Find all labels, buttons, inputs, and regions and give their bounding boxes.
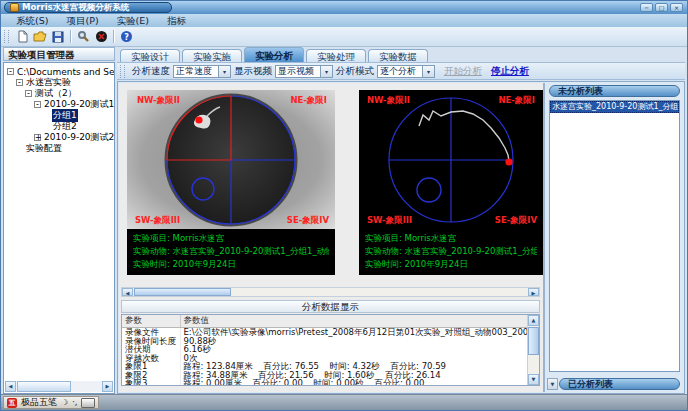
sw-quadrant-label: SW-象限III xyxy=(367,215,412,225)
mode-select[interactable]: 逐个分析 ▾ xyxy=(377,65,435,78)
tree-expander-icon[interactable]: - xyxy=(7,68,14,75)
toolbar-gripper xyxy=(4,30,9,43)
table-row[interactable]: 象限2路程: 34.88厘米 百分比: 21.56 时间: 1.60秒 百分比:… xyxy=(122,371,539,380)
ne-quadrant-label: NE-象限I xyxy=(290,95,327,105)
menu-metrics[interactable]: 指标 xyxy=(158,15,195,27)
controlbar-gripper xyxy=(120,65,125,78)
project-explorer-header: 实验项目管理器 xyxy=(3,47,115,61)
tree-expander-icon[interactable]: - xyxy=(16,79,23,86)
table-vertical-scrollbar[interactable]: ▲ ▼ xyxy=(527,315,539,385)
analyzed-list-button[interactable]: 已分析列表 xyxy=(559,378,680,390)
data-display-header: 分析数据显示 xyxy=(121,300,540,313)
tree-horizontal-scrollbar[interactable]: ◀ ▶ xyxy=(5,381,113,392)
ime-name[interactable]: 极品五笔 xyxy=(21,397,57,408)
list-item[interactable]: 水迷宫实验_2010-9-20测试1_分组1_动物 xyxy=(550,101,679,113)
info-animal-label: 实验动物: xyxy=(133,246,170,256)
scroll-left-icon[interactable]: ◀ xyxy=(5,381,16,392)
video-row: NW-象限II NE-象限I SW-象限III SE-象限IV 实验项目: Mo… xyxy=(127,90,543,275)
track-end-dot xyxy=(505,158,512,165)
toolbar-separator xyxy=(113,30,114,43)
tab-experiment-data[interactable]: 实验数据 xyxy=(368,49,428,62)
save-disk-icon xyxy=(52,31,64,43)
analysis-data-table: 参数 参数值 录像文件E:\公司软件\实验录像\morris\Pretest_2… xyxy=(121,314,540,386)
new-document-icon xyxy=(16,30,29,43)
table-header-row: 参数 参数值 xyxy=(122,315,539,328)
soft-keyboard-icon[interactable] xyxy=(81,398,95,408)
titlebar: Morris水迷宫视频分析系统 ─ □ × xyxy=(1,1,687,14)
svg-text:?: ? xyxy=(124,33,129,42)
table-row[interactable]: 象限1路程: 123.84厘米 百分比: 76.55 时间: 4.32秒 百分比… xyxy=(122,362,539,371)
tools-icon xyxy=(77,30,90,43)
unanalyzed-list-button[interactable]: 未分析列表 xyxy=(549,85,680,97)
analysis-controlbar: 分析速度 正常速度 ▾ 显示视频 显示视频 ▾ 分析模式 逐个分析 ▾ 开始分析… xyxy=(117,62,685,80)
info-time-label: 实验时间: xyxy=(133,259,170,269)
delete-button[interactable] xyxy=(92,29,110,45)
tab-experiment-processing[interactable]: 实验处理 xyxy=(306,49,366,62)
mode-label: 分析模式 xyxy=(336,65,374,78)
help-icon: ? xyxy=(120,30,133,43)
tree-expander-icon[interactable]: - xyxy=(25,90,32,97)
param-column-header: 参数 xyxy=(122,315,180,328)
video-and-data-panel: NW-象限II NE-象限I SW-象限III SE-象限IV 实验项目: Mo… xyxy=(119,83,545,392)
scroll-right-icon[interactable]: ▶ xyxy=(102,381,113,392)
new-document-button[interactable] xyxy=(13,29,31,45)
video-area-horizontal-scrollbar[interactable]: ◀ ▶ xyxy=(121,287,540,297)
statusbar: 五 极品五笔 ☽ ·, xyxy=(1,394,687,410)
menu-experiment[interactable]: 实验(E) xyxy=(108,15,158,27)
save-button[interactable] xyxy=(49,29,67,45)
open-folder-icon xyxy=(33,30,47,43)
live-video-panel: NW-象限II NE-象限I SW-象限III SE-象限IV 实验项目: Mo… xyxy=(127,90,335,275)
toolbar: ? xyxy=(1,27,687,47)
table-row[interactable]: 穿越次数0次 xyxy=(122,354,539,363)
start-analysis-link: 开始分析 xyxy=(444,65,482,78)
tab-experiment-run[interactable]: 实验实施 xyxy=(182,49,242,62)
scrollbar-thumb[interactable] xyxy=(528,327,539,355)
close-button[interactable]: × xyxy=(670,3,683,12)
minimize-button[interactable]: ─ xyxy=(640,3,653,12)
ime-punctuation-icon[interactable]: ·, xyxy=(72,397,77,408)
scroll-down-icon[interactable]: ▼ xyxy=(528,374,539,385)
table-row[interactable]: 潜伏期6.16秒 xyxy=(122,345,539,354)
ne-quadrant-label: NE-象限I xyxy=(498,95,535,105)
speed-label: 分析速度 xyxy=(132,65,170,78)
table-row[interactable]: 象限3路程: 0.00厘米 百分比: 0.00 时间: 0.00秒 百分比: 0… xyxy=(122,379,539,386)
tab-experiment-analysis[interactable]: 实验分析 xyxy=(244,47,304,62)
value-column-header: 参数值 xyxy=(180,315,539,328)
scroll-up-icon[interactable]: ▲ xyxy=(528,315,539,326)
menu-system[interactable]: 系统(S) xyxy=(7,15,57,27)
stop-analysis-link[interactable]: 停止分析 xyxy=(491,65,529,78)
tab-experiment-design[interactable]: 实验设计 xyxy=(120,49,180,62)
menu-project[interactable]: 项目(P) xyxy=(57,15,107,27)
ime-logo-icon[interactable]: 五 xyxy=(7,398,17,408)
table-row[interactable]: 录像文件E:\公司软件\实验录像\morris\Pretest_2008年6月1… xyxy=(122,328,539,337)
tree-expander-icon[interactable]: - xyxy=(34,101,41,108)
track-plot-view: NW-象限II NE-象限I SW-象限III SE-象限IV xyxy=(359,90,543,229)
scroll-left-icon[interactable]: ◀ xyxy=(122,288,133,296)
chevron-down-icon[interactable]: ▾ xyxy=(422,66,434,77)
scrollbar-thumb[interactable] xyxy=(134,288,231,296)
maximize-button[interactable]: □ xyxy=(655,3,668,12)
table-row[interactable]: 录像时间长度90.88秒 xyxy=(122,337,539,346)
chevron-down-icon[interactable]: ▾ xyxy=(218,66,230,77)
analysis-content: NW-象限II NE-象限I SW-象限III SE-象限IV 实验项目: Mo… xyxy=(117,81,685,394)
analysis-area: 实验设计 实验实施 实验分析 实验处理 实验数据 分析速度 正常速度 ▾ 显示视… xyxy=(117,47,685,394)
chevron-down-icon[interactable]: ▾ xyxy=(320,66,332,77)
nw-quadrant-label: NW-象限II xyxy=(137,95,180,105)
tree-expander-icon[interactable]: + xyxy=(34,134,41,141)
open-folder-button[interactable] xyxy=(31,29,49,45)
speed-select[interactable]: 正常速度 ▾ xyxy=(173,65,231,78)
tools-button[interactable] xyxy=(74,29,92,45)
sw-quadrant-label: SW-象限III xyxy=(135,215,180,225)
data-lists-sidebar: 未分析列表 水迷宫实验_2010-9-20测试1_分组1_动物 ▼ 已分析列表 xyxy=(546,83,683,392)
scrollbar-thumb[interactable] xyxy=(17,381,71,392)
ime-fullhalf-icon[interactable]: ☽ xyxy=(61,397,68,408)
help-button[interactable]: ? xyxy=(117,29,135,45)
scroll-right-icon[interactable]: ▶ xyxy=(528,288,539,296)
video-display-select[interactable]: 显示视频 ▾ xyxy=(275,65,333,78)
title-tab: Morris水迷宫视频分析系统 xyxy=(4,2,172,13)
ime-toolbar[interactable]: 五 极品五笔 ☽ ·, xyxy=(3,396,99,409)
live-video-view: NW-象限II NE-象限I SW-象限III SE-象限IV xyxy=(127,90,335,229)
sidebar-scroll-down-button[interactable]: ▼ xyxy=(547,378,558,390)
info-project-label: 实验项目: xyxy=(133,233,170,243)
tree-item-config[interactable]: 实验配置 xyxy=(7,143,114,154)
